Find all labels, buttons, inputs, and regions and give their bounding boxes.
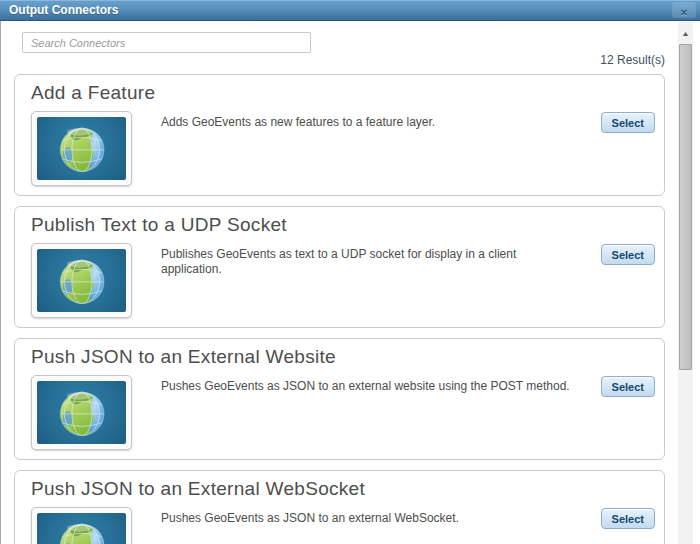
connector-card: Push JSON to an External Website: [14, 338, 665, 460]
thumbnail-background: [37, 249, 126, 312]
connector-thumbnail: [31, 111, 132, 186]
globe-icon: [57, 520, 107, 544]
thumbnail-background: [37, 381, 126, 444]
connector-card: Publish Text to a UDP Socket: [14, 206, 665, 328]
connector-title: Push JSON to an External WebSocket: [31, 478, 365, 500]
dialog-left-border: [0, 21, 1, 544]
globe-icon: [57, 388, 107, 438]
connector-description: Pushes GeoEvents as JSON to an external …: [161, 379, 574, 394]
close-button[interactable]: ✕: [672, 2, 696, 18]
connector-list: Add a Feature: [14, 74, 665, 544]
connector-thumbnail: [31, 375, 132, 450]
scroll-up-button[interactable]: ▲: [678, 22, 693, 37]
connector-thumbnail: [31, 243, 132, 318]
scrollbar-thumb[interactable]: [679, 44, 692, 370]
dialog-titlebar: Output Connectors ✕: [0, 0, 700, 21]
select-button[interactable]: Select: [601, 376, 655, 397]
connector-title: Publish Text to a UDP Socket: [31, 214, 287, 236]
connector-card: Push JSON to an External WebSocket: [14, 470, 665, 544]
connector-thumbnail: [31, 507, 132, 544]
close-icon: ✕: [680, 7, 688, 18]
thumbnail-background: [37, 117, 126, 180]
scrollbar[interactable]: ▲: [678, 22, 693, 544]
connector-card: Add a Feature: [14, 74, 665, 196]
select-button[interactable]: Select: [601, 244, 655, 265]
thumbnail-background: [37, 513, 126, 544]
dialog-title: Output Connectors: [0, 0, 118, 21]
chevron-up-icon: ▲: [681, 27, 690, 41]
connector-description: Publishes GeoEvents as text to a UDP soc…: [161, 247, 574, 277]
connector-title: Push JSON to an External Website: [31, 346, 336, 368]
results-count: 12 Result(s): [0, 53, 665, 69]
output-connectors-dialog: Output Connectors ✕ 12 Result(s) Add a F…: [0, 0, 700, 544]
globe-icon: [57, 256, 107, 306]
search-input[interactable]: [22, 32, 311, 53]
connector-description: Adds GeoEvents as new features to a feat…: [161, 115, 574, 130]
connector-description: Pushes GeoEvents as JSON to an external …: [161, 511, 574, 526]
globe-icon: [57, 124, 107, 174]
connector-title: Add a Feature: [31, 82, 155, 104]
select-button[interactable]: Select: [601, 112, 655, 133]
select-button[interactable]: Select: [601, 508, 655, 529]
